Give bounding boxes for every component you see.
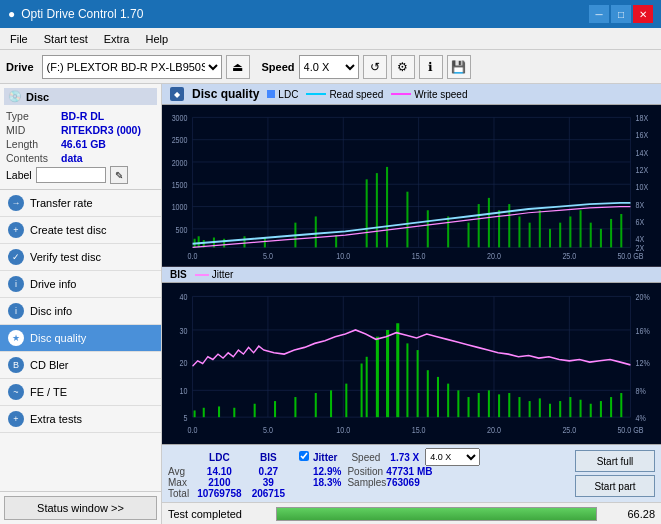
svg-text:50.0 GB: 50.0 GB — [617, 424, 644, 435]
read-speed-label: Read speed — [329, 89, 383, 100]
transfer-rate-icon: → — [8, 195, 24, 211]
save-button[interactable]: 💾 — [447, 55, 471, 79]
svg-rect-69 — [162, 283, 661, 444]
svg-text:16X: 16X — [636, 131, 649, 141]
upper-chart-svg: 3000 2500 2000 1500 1000 500 18X 16X 14X… — [162, 105, 661, 266]
chart-title: Disc quality — [192, 87, 259, 101]
sidebar-item-disc-info[interactable]: i Disc info — [0, 298, 161, 325]
sidebar-item-create-test-disc[interactable]: + Create test disc — [0, 217, 161, 244]
sidebar-item-cd-bler[interactable]: B CD Bler — [0, 352, 161, 379]
info-button[interactable]: ℹ — [419, 55, 443, 79]
svg-text:1000: 1000 — [172, 203, 188, 213]
sidebar-item-extra-tests[interactable]: + Extra tests — [0, 406, 161, 433]
svg-text:5.0: 5.0 — [263, 424, 273, 435]
sidebar-item-drive-info[interactable]: i Drive info — [0, 271, 161, 298]
settings-button[interactable]: ⚙ — [391, 55, 415, 79]
svg-text:1500: 1500 — [172, 180, 188, 190]
drive-info-icon: i — [8, 276, 24, 292]
sidebar-item-label: Disc quality — [30, 332, 86, 344]
sidebar-item-disc-quality[interactable]: ★ Disc quality — [0, 325, 161, 352]
samples-label: Samples — [347, 477, 386, 488]
svg-rect-48 — [376, 173, 378, 247]
upper-chart: 3000 2500 2000 1500 1000 500 18X 16X 14X… — [162, 105, 661, 267]
stats-bar: LDC BIS Jitter Speed 1.73 X 4.0 X Avg 14… — [162, 444, 661, 502]
svg-rect-64 — [580, 210, 582, 247]
svg-rect-54 — [478, 204, 480, 247]
menu-help[interactable]: Help — [139, 31, 174, 47]
extra-tests-icon: + — [8, 411, 24, 427]
svg-text:10.0: 10.0 — [336, 251, 350, 261]
svg-rect-42 — [243, 236, 245, 247]
drive-select[interactable]: (F:) PLEXTOR BD-R PX-LB950SA 1.06 — [42, 55, 222, 79]
max-ldc: 2100 — [197, 477, 252, 488]
svg-rect-63 — [569, 216, 571, 247]
speed-col-select[interactable]: 4.0 X — [425, 448, 480, 466]
title-bar-left: ● Opti Drive Control 1.70 — [8, 7, 143, 21]
sidebar-item-fe-te[interactable]: ~ FE / TE — [0, 379, 161, 406]
minimize-button[interactable]: ─ — [589, 5, 609, 23]
disc-label-input[interactable] — [36, 167, 106, 183]
title-bar: ● Opti Drive Control 1.70 ─ □ ✕ — [0, 0, 661, 28]
svg-text:16%: 16% — [636, 325, 651, 336]
svg-rect-106 — [315, 393, 317, 417]
lower-chart-svg: 40 30 20 10 5 20% 16% 12% 8% 4% 0.0 5.0 — [162, 283, 661, 444]
cd-bler-icon: B — [8, 357, 24, 373]
avg-label: Avg — [168, 466, 197, 477]
svg-rect-133 — [600, 401, 602, 417]
svg-rect-109 — [361, 364, 363, 418]
sidebar-item-label: Verify test disc — [30, 251, 101, 263]
read-speed-color — [306, 93, 326, 95]
status-window-button[interactable]: Status window >> — [4, 496, 157, 520]
svg-rect-61 — [549, 229, 551, 248]
samples-value: 763069 — [386, 477, 482, 488]
svg-rect-60 — [539, 210, 541, 247]
svg-text:0.0: 0.0 — [188, 424, 198, 435]
label-edit-button[interactable]: ✎ — [110, 166, 128, 184]
app-title: Opti Drive Control 1.70 — [21, 7, 143, 21]
disc-contents-label: Contents — [6, 152, 61, 164]
svg-text:14X: 14X — [636, 148, 649, 158]
svg-rect-50 — [406, 192, 408, 248]
svg-rect-118 — [447, 384, 449, 418]
total-ldc: 10769758 — [197, 488, 252, 499]
svg-text:20.0: 20.0 — [487, 251, 501, 261]
disc-quality-icon: ★ — [8, 330, 24, 346]
svg-text:40: 40 — [180, 291, 188, 302]
jitter-checkbox-area — [295, 448, 313, 466]
menu-bar: File Start test Extra Help — [0, 28, 661, 50]
write-speed-color — [391, 93, 411, 95]
svg-rect-45 — [315, 216, 317, 247]
svg-rect-102 — [233, 408, 235, 417]
svg-rect-59 — [529, 223, 531, 248]
menu-extra[interactable]: Extra — [98, 31, 136, 47]
sidebar-item-verify-test-disc[interactable]: ✓ Verify test disc — [0, 244, 161, 271]
start-full-button[interactable]: Start full — [575, 450, 655, 472]
avg-jitter: 12.9% — [313, 466, 347, 477]
close-button[interactable]: ✕ — [633, 5, 653, 23]
svg-text:8%: 8% — [636, 385, 647, 396]
start-part-button[interactable]: Start part — [575, 475, 655, 497]
maximize-button[interactable]: □ — [611, 5, 631, 23]
lower-chart: 40 30 20 10 5 20% 16% 12% 8% 4% 0.0 5.0 — [162, 283, 661, 444]
svg-rect-65 — [590, 223, 592, 248]
jitter-header: Jitter — [313, 448, 347, 466]
svg-rect-122 — [488, 390, 490, 417]
svg-rect-47 — [366, 179, 368, 247]
svg-rect-43 — [264, 238, 266, 248]
svg-rect-66 — [600, 229, 602, 248]
speed-col-value: 1.73 X — [386, 448, 423, 466]
sidebar-item-transfer-rate[interactable]: → Transfer rate — [0, 190, 161, 217]
disc-type-value: BD-R DL — [61, 110, 104, 122]
refresh-button[interactable]: ↺ — [363, 55, 387, 79]
disc-icon: 💿 — [8, 90, 22, 103]
disc-mid-label: MID — [6, 124, 61, 136]
svg-rect-135 — [620, 393, 622, 417]
eject-button[interactable]: ⏏ — [226, 55, 250, 79]
sidebar-item-label: Drive info — [30, 278, 76, 290]
menu-file[interactable]: File — [4, 31, 34, 47]
legend-read-speed: Read speed — [306, 89, 383, 100]
disc-info-icon: i — [8, 303, 24, 319]
menu-start-test[interactable]: Start test — [38, 31, 94, 47]
speed-select[interactable]: 4.0 X — [299, 55, 359, 79]
jitter-checkbox[interactable] — [299, 451, 309, 461]
